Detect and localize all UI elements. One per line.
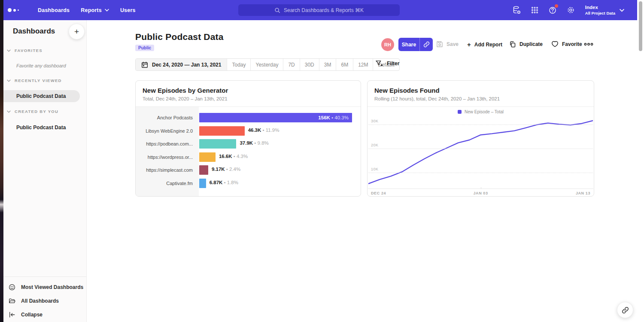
search-input[interactable]: Search Dashboards & Reports ⌘K bbox=[238, 4, 400, 16]
legend-swatch bbox=[458, 110, 462, 114]
x-tick-label: JAN 13 bbox=[576, 191, 590, 195]
preset-yesterday[interactable]: Yesterday bbox=[250, 59, 283, 70]
bar-track: 16.6K • 4.3% bbox=[199, 152, 361, 162]
logo-dot-icon bbox=[18, 9, 19, 11]
all-dashboards-button[interactable]: All Dashboards bbox=[3, 294, 86, 308]
preset-7d[interactable]: 7D bbox=[283, 59, 299, 70]
nav-dashboards[interactable]: Dashboards bbox=[38, 7, 70, 13]
save-button[interactable]: Save bbox=[436, 41, 459, 48]
project-switcher[interactable]: Index All Project Data bbox=[585, 4, 624, 16]
more-options-button[interactable] bbox=[584, 43, 593, 46]
preset-today[interactable]: Today bbox=[227, 59, 250, 70]
preset-12m[interactable]: 12M bbox=[353, 59, 373, 70]
gridline bbox=[368, 173, 593, 173]
floating-link-button[interactable] bbox=[617, 302, 633, 318]
notification-badge bbox=[555, 4, 558, 8]
plus-icon: + bbox=[467, 41, 471, 48]
favorites-empty-text: Favorite any dashboard bbox=[16, 63, 66, 68]
bar-track: 6.87K • 1.8% bbox=[199, 179, 361, 188]
preset-6m[interactable]: 6M bbox=[336, 59, 353, 70]
chart-legend: New Episode – Total bbox=[368, 107, 594, 117]
bar-track: 156K • 40.3% bbox=[199, 113, 361, 122]
bar bbox=[199, 179, 206, 188]
sidebar-section-created-by-you[interactable]: CREATED BY YOU bbox=[7, 109, 58, 114]
save-icon bbox=[436, 41, 443, 48]
y-tick-label: 20K bbox=[371, 143, 379, 147]
chevron-down-icon bbox=[7, 110, 11, 113]
collapse-sidebar-button[interactable]: Collapse bbox=[3, 308, 86, 322]
bar-rows: Anchor Podcasts156K • 40.3%Libsyn WebEng… bbox=[136, 111, 361, 190]
bar-chart-card: New Episodes by Generator Total, Dec 24t… bbox=[135, 80, 361, 197]
bar-chart-body: Anchor Podcasts156K • 40.3%Libsyn WebEng… bbox=[136, 107, 361, 197]
filter-button[interactable]: Filter bbox=[376, 60, 399, 67]
duplicate-button[interactable]: Duplicate bbox=[509, 41, 543, 48]
brand-logo[interactable] bbox=[8, 8, 27, 12]
nav-users[interactable]: Users bbox=[120, 7, 136, 13]
sidebar-section-recently-viewed[interactable]: RECENTLY VIEWED bbox=[7, 78, 62, 83]
duplicate-icon bbox=[509, 41, 516, 48]
sidebar-footer: Most Viewed Dashboards All Dashboards Co… bbox=[3, 276, 86, 322]
x-tick-label: JAN 03 bbox=[473, 191, 488, 195]
scrollbar-track[interactable] bbox=[637, 0, 644, 322]
bar-row: https://podbean.com...37.9K • 9.8% bbox=[136, 137, 361, 151]
add-report-button[interactable]: + Add Report bbox=[467, 41, 502, 48]
project-subtitle: All Project Data bbox=[585, 11, 615, 16]
logo-dot-icon bbox=[8, 8, 12, 12]
search-icon bbox=[274, 7, 280, 13]
preset-3m[interactable]: 3M bbox=[319, 59, 336, 70]
bar-track: 9.17K • 2.4% bbox=[199, 165, 361, 175]
navbar-right: Index All Project Data bbox=[512, 0, 624, 20]
chevron-down-icon bbox=[620, 9, 624, 12]
gridline bbox=[368, 125, 593, 125]
more-dots-icon bbox=[584, 43, 593, 46]
bar: 156K • 40.3% bbox=[199, 113, 352, 122]
share-link-icon[interactable] bbox=[420, 38, 433, 51]
bar-category-label: https://simplecast.com bbox=[136, 167, 199, 173]
line-chart-subtitle: Rolling (12 hours), total, Dec 24th, 202… bbox=[374, 96, 587, 101]
search-placeholder: Search Dashboards & Reports ⌘K bbox=[284, 7, 364, 13]
x-axis: DEC 24 JAN 03 JAN 13 bbox=[368, 188, 593, 197]
bar-row: Anchor Podcasts156K • 40.3% bbox=[136, 111, 361, 125]
share-label[interactable]: Share bbox=[398, 38, 420, 51]
apps-grid-icon[interactable] bbox=[530, 6, 539, 15]
x-tick-label: DEC 24 bbox=[371, 191, 386, 195]
collapse-left-icon bbox=[9, 311, 15, 318]
date-range-button[interactable]: Dec 24, 2020 — Jan 13, 2021 bbox=[136, 59, 227, 70]
chevron-down-icon bbox=[105, 9, 109, 12]
bar bbox=[199, 165, 208, 175]
bar-row: https://simplecast.com9.17K • 2.4% bbox=[136, 164, 361, 177]
sidebar-item-public-podcast-data[interactable]: Public Podcast Data bbox=[3, 90, 80, 102]
bar-category-label: https://podbean.com... bbox=[136, 141, 199, 146]
background-window-strip bbox=[0, 0, 3, 322]
heart-icon bbox=[551, 41, 559, 47]
scrollbar-thumb[interactable] bbox=[639, 1, 642, 51]
sidebar-section-favorites[interactable]: FAVORITES bbox=[7, 48, 43, 53]
most-viewed-dashboards-button[interactable]: Most Viewed Dashboards bbox=[3, 280, 86, 294]
gridline bbox=[368, 149, 593, 149]
favorite-button[interactable]: Favorite bbox=[551, 41, 582, 47]
preset-30d[interactable]: 30D bbox=[300, 59, 319, 70]
line-series bbox=[368, 121, 593, 184]
line-chart-title: New Episodes Found bbox=[374, 87, 587, 94]
bar-chart-header: New Episodes by Generator Total, Dec 24t… bbox=[136, 81, 361, 106]
bar-category-label: Captivate.fm bbox=[136, 181, 199, 186]
bar-category-label: Libsyn WebEngine 2.0 bbox=[136, 128, 199, 134]
help-icon[interactable] bbox=[548, 6, 557, 15]
bar-row: Libsyn WebEngine 2.046.3K • 11.9% bbox=[136, 125, 361, 138]
sidebar-item-public-podcast-data-created[interactable]: Public Podcast Data bbox=[3, 122, 66, 134]
avatar[interactable]: RH bbox=[381, 38, 394, 51]
folder-icon bbox=[9, 298, 15, 304]
bar bbox=[199, 152, 216, 162]
settings-gear-icon[interactable] bbox=[566, 6, 575, 15]
data-sources-icon[interactable] bbox=[512, 6, 521, 15]
add-dashboard-button[interactable]: + bbox=[69, 24, 85, 39]
bar bbox=[199, 126, 245, 136]
sidebar-title: Dashboards bbox=[13, 27, 55, 36]
y-tick-label: 10K bbox=[371, 167, 379, 171]
chevron-down-icon bbox=[7, 49, 11, 52]
line-chart-header: New Episodes Found Rolling (12 hours), t… bbox=[368, 81, 594, 106]
share-button[interactable]: Share bbox=[398, 38, 433, 51]
nav-reports[interactable]: Reports bbox=[81, 7, 109, 13]
bar-track: 37.9K • 9.8% bbox=[199, 139, 361, 149]
bar-category-label: https://wordpress.or... bbox=[136, 155, 199, 160]
